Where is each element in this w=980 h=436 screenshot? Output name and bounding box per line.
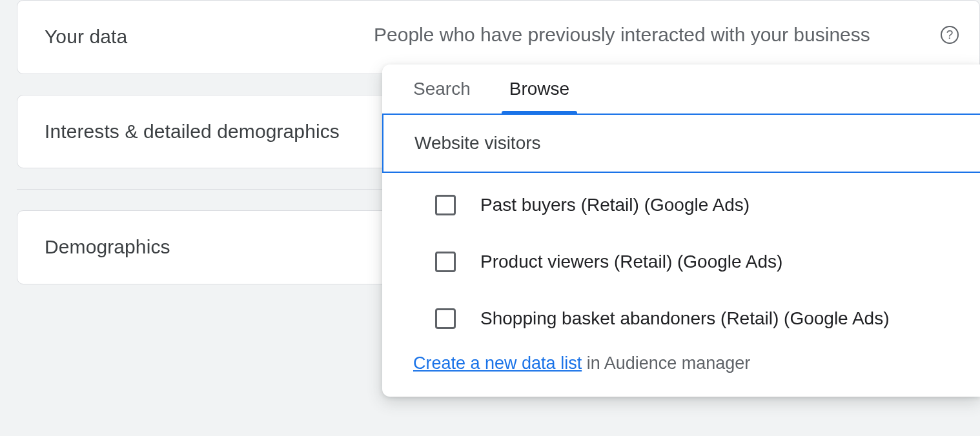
group-header-website-visitors[interactable]: Website visitors bbox=[382, 114, 980, 173]
option-label: Shopping basket abandoners (Retail) (Goo… bbox=[480, 308, 890, 329]
card-your-data-desc-text: People who have previously interacted wi… bbox=[374, 24, 870, 46]
checkbox-icon[interactable] bbox=[435, 308, 456, 329]
card-your-data-desc: People who have previously interacted wi… bbox=[374, 24, 952, 46]
option-list: Past buyers (Retail) (Google Ads) Produc… bbox=[382, 173, 980, 347]
card-your-data[interactable]: Your data People who have previously int… bbox=[17, 0, 980, 74]
option-basket-abandoners[interactable]: Shopping basket abandoners (Retail) (Goo… bbox=[382, 290, 980, 347]
option-product-viewers[interactable]: Product viewers (Retail) (Google Ads) bbox=[382, 233, 980, 290]
checkbox-icon[interactable] bbox=[435, 195, 456, 215]
card-interests-label: Interests & detailed demographics bbox=[45, 119, 374, 145]
card-your-data-label: Your data bbox=[45, 24, 374, 50]
create-data-list-link[interactable]: Create a new data list bbox=[413, 353, 582, 373]
tabs: Search Browse bbox=[382, 64, 980, 114]
tab-browse[interactable]: Browse bbox=[509, 79, 569, 114]
checkbox-icon[interactable] bbox=[435, 252, 456, 272]
your-data-popover: Search Browse Website visitors Past buye… bbox=[382, 64, 980, 397]
option-past-buyers[interactable]: Past buyers (Retail) (Google Ads) bbox=[382, 177, 980, 233]
popover-footer: Create a new data list in Audience manag… bbox=[382, 347, 980, 397]
option-label: Product viewers (Retail) (Google Ads) bbox=[480, 252, 782, 272]
card-demographics-label: Demographics bbox=[45, 234, 374, 261]
option-label: Past buyers (Retail) (Google Ads) bbox=[480, 195, 750, 215]
footer-suffix: in Audience manager bbox=[582, 353, 750, 373]
help-icon[interactable]: ? bbox=[941, 26, 959, 44]
tab-search[interactable]: Search bbox=[413, 79, 471, 114]
